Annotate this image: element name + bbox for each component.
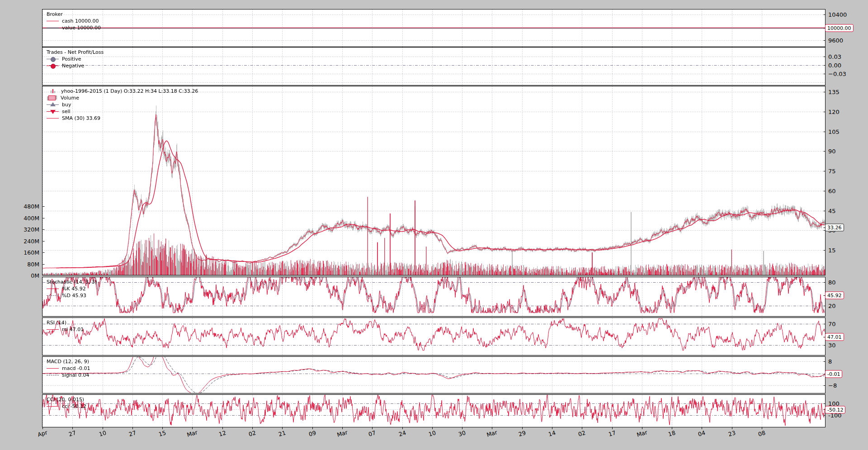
y-axis-tick-label: 80 (828, 279, 836, 286)
rsi-legend-title: RSI (14) (47, 319, 84, 326)
legend-label: cash 10000.00 (62, 18, 99, 24)
y-axis-tick-label: 15 (828, 247, 836, 254)
x-axis-tick-label: 27 (128, 429, 137, 438)
x-axis-tick-mark (222, 427, 223, 429)
x-axis-tick-mark (282, 427, 283, 429)
x-axis-tick-label: Mar (636, 429, 648, 438)
x-axis-tick-label: Mar (486, 429, 498, 438)
legend-label: %D 45.93 (62, 293, 86, 298)
cash-line-swatch (47, 21, 59, 21)
stochastic-panel: Stochastic (14, 3, 3) %K 45.92 %D 45.93 (42, 277, 826, 317)
signal-line-swatch (47, 375, 59, 375)
x-axis-tick-mark (732, 427, 732, 429)
volume-axis-tick-label: 0M (0, 272, 39, 279)
x-axis-tick-label: 15 (158, 429, 166, 438)
trades-legend-title: Trades - Net Profit/Loss (47, 49, 104, 56)
y-axis-tick-label: 20 (828, 303, 836, 309)
y-axis-tick-label: 75 (828, 168, 836, 175)
y-axis-tick-label: −0.03 (828, 71, 846, 77)
legend-label: Volume (61, 95, 79, 101)
x-axis-tick-label: Apr (37, 429, 48, 438)
price-title-text: yhoo-1996-2015 (1 Day) O:33.22 H:34 L:33… (61, 88, 198, 94)
price-legend-title: yhoo-1996-2015 (1 Day) O:33.22 H:34 L:33… (47, 88, 198, 95)
x-axis-tick-mark (372, 427, 373, 429)
broker-legend-title: Broker (47, 11, 101, 18)
x-axis-tick-mark (103, 427, 103, 429)
x-axis-tick-label: 10 (428, 429, 436, 438)
x-axis-tick-mark (612, 427, 613, 429)
trades-panel: Trades - Net Profit/Loss Positive Negati… (42, 47, 826, 85)
positive-marker-icon (47, 59, 59, 59)
legend-label: SMA (30) 33.69 (62, 115, 100, 121)
y-axis-tick-label: 0.00 (828, 62, 841, 69)
y-axis-tick-label: 105 (828, 128, 840, 135)
cci-plot-canvas (42, 395, 825, 427)
macd-legend-title: MACD (12, 26, 9) (47, 358, 90, 365)
x-axis-tick-mark (432, 427, 433, 429)
x-axis-tick-mark (132, 427, 133, 429)
legend-label: Positive (62, 56, 81, 62)
y-axis-tick-label: 60 (828, 188, 836, 194)
value-line-swatch (47, 28, 59, 28)
volume-axis-tick-label: 480M (0, 203, 39, 210)
legend-item-signal: signal 0.04 (47, 372, 90, 379)
volume-axis-tick-label: 240M (0, 238, 39, 245)
trades-legend: Trades - Net Profit/Loss Positive Negati… (47, 49, 104, 69)
x-axis-tick-label: 24 (398, 429, 406, 438)
legend-item-sma: SMA (30) 33.69 (47, 115, 198, 122)
x-axis-tick-label: 18 (667, 429, 676, 438)
volume-swatch-icon (48, 95, 56, 100)
y-axis-tick-label: 0.03 (828, 53, 841, 60)
x-axis-tick-mark (582, 427, 582, 429)
x-axis-tick-mark (522, 427, 523, 429)
x-axis-tick-mark (672, 427, 672, 429)
x-axis-tick-label: 17 (608, 429, 616, 438)
rsi-legend: RSI (14) rsi 47.01 (47, 319, 84, 333)
legend-item-rsi: rsi 47.01 (47, 326, 84, 333)
broker-legend: Broker cash 10000.00 value 10000.00 (47, 11, 101, 31)
x-axis-tick-label: 23 (727, 429, 736, 438)
x-axis-tick-label: 07 (368, 429, 376, 438)
sma-line-swatch (47, 118, 59, 118)
x-axis-tick-label: 14 (547, 429, 556, 438)
legend-label: rsi 47.01 (62, 327, 84, 332)
cci-panel: CCI (20, 0.015) cci -50.12 (42, 394, 826, 427)
stochastic-legend: Stochastic (14, 3, 3) %K 45.92 %D 45.93 (47, 279, 97, 299)
legend-item-macd: macd -0.01 (47, 365, 90, 372)
stochastic-legend-title: Stochastic (14, 3, 3) (47, 279, 97, 285)
stochastic-plot-canvas (42, 277, 825, 316)
rsi-value-tag: 47.01 (825, 333, 844, 341)
volume-axis-tick-label: 160M (0, 249, 39, 256)
price-panel: yhoo-1996-2015 (1 Day) O:33.22 H:34 L:33… (42, 86, 826, 275)
y-axis-tick-label: 45 (828, 208, 836, 214)
legend-item-cci: cci -50.12 (47, 403, 86, 410)
legend-label: buy (62, 102, 71, 108)
legend-item-cash: cash 10000.00 (47, 18, 101, 24)
legend-item-volume: Volume (47, 95, 198, 101)
macd-panel: MACD (12, 26, 9) macd -0.01 signal 0.04 (42, 356, 826, 393)
legend-item-positive: Positive (47, 56, 104, 62)
rsi-plot-canvas (42, 318, 825, 355)
x-axis-tick-label: 02 (578, 429, 586, 438)
x-axis-tick-label: 08 (757, 429, 766, 438)
cci-value-tag: -50.12 (825, 406, 845, 414)
x-axis-tick-label: 30 (458, 429, 466, 438)
cci-legend-title: CCI (20, 0.015) (47, 396, 86, 403)
legend-label: Negative (62, 63, 84, 69)
rsi-line-swatch (47, 329, 59, 330)
y-axis-tick-label: 120 (828, 109, 840, 115)
price-legend: yhoo-1996-2015 (1 Day) O:33.22 H:34 L:33… (47, 88, 198, 122)
x-axis-tick-label: Mar (186, 429, 198, 438)
negative-marker-icon (47, 66, 59, 66)
y-axis-tick-label: 10400 (828, 11, 847, 18)
y-axis-tick-label: 30 (828, 342, 836, 349)
legend-label: cci -50.12 (62, 403, 86, 409)
x-axis-tick-mark (402, 427, 403, 429)
cci-line-swatch (47, 406, 59, 407)
x-axis-tick-mark (552, 427, 552, 429)
price-close-tag: 33.26 (825, 224, 844, 232)
legend-item-percent-k: %K 45.92 (47, 285, 97, 292)
volume-axis-tick-label: 320M (0, 226, 39, 233)
x-axis-tick-mark (342, 427, 343, 429)
broker-panel: Broker cash 10000.00 value 10000.00 (42, 9, 826, 47)
